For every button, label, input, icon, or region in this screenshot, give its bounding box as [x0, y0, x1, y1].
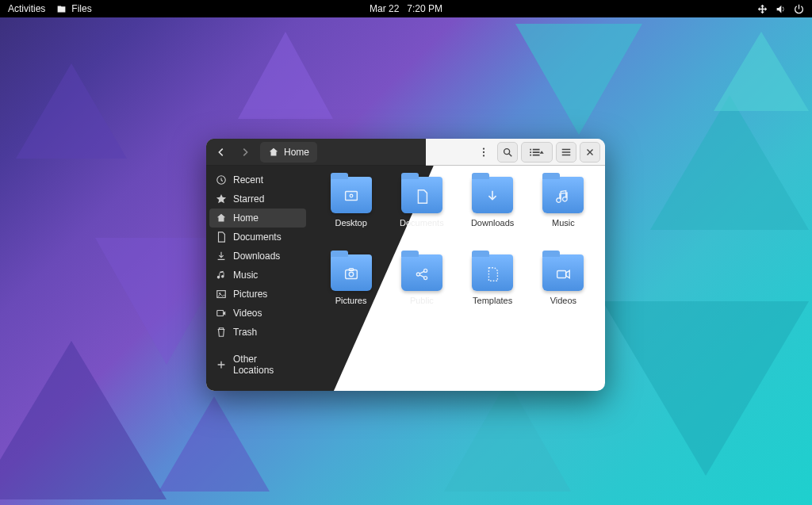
folder-label: Documents [400, 218, 444, 228]
svg-point-11 [349, 272, 354, 277]
close-button[interactable] [580, 142, 600, 163]
sidebar-item-label: Recent [233, 174, 263, 186]
wallpaper-triangle [16, 63, 127, 159]
folder-pictures[interactable]: Pictures [317, 254, 385, 327]
list-view-icon [528, 147, 546, 158]
svg-rect-16 [557, 270, 566, 277]
folder-icon [331, 177, 372, 213]
folder-icon [542, 177, 584, 213]
sidebar-item-recent[interactable]: Recent [206, 170, 309, 189]
wallpaper-triangle [714, 32, 809, 111]
trash-icon [216, 327, 227, 338]
folder-icon [401, 177, 442, 213]
folder-grid: Desktop Documents Downloads Music Pictur… [309, 166, 605, 391]
clock-area[interactable]: Mar 22 7:20 PM [370, 3, 442, 14]
folder-icon [472, 177, 513, 213]
chevron-left-icon [216, 147, 227, 158]
sidebar-item-pictures[interactable]: Pictures [206, 285, 309, 304]
search-button[interactable] [497, 142, 518, 163]
forward-button[interactable] [235, 142, 255, 163]
app-menu[interactable]: Files [56, 3, 91, 14]
folder-desktop[interactable]: Desktop [317, 177, 385, 250]
view-toggle-button[interactable] [521, 142, 553, 163]
sidebar-item-label: Starred [233, 193, 264, 205]
folder-documents[interactable]: Documents [388, 177, 455, 250]
svg-point-3 [504, 148, 510, 154]
folder-label: Downloads [471, 218, 514, 228]
sidebar-item-label: Trash [233, 327, 257, 338]
folder-label: Pictures [335, 296, 367, 305]
wallpaper-triangle [238, 32, 333, 119]
wallpaper-triangle [0, 341, 167, 499]
plus-icon [216, 359, 227, 370]
desktop: Activities Files Mar 22 7:20 PM [0, 0, 812, 505]
svg-rect-8 [345, 191, 357, 200]
back-button[interactable] [211, 142, 232, 163]
clock-icon [216, 174, 227, 186]
hamburger-icon [561, 147, 572, 158]
wallpaper-triangle [159, 396, 270, 492]
sidebar-item-label: Downloads [233, 251, 280, 262]
svg-point-13 [416, 273, 419, 276]
home-icon [268, 147, 279, 158]
folder-templates[interactable]: Templates [459, 254, 527, 327]
sidebar-item-home[interactable]: Home [209, 209, 306, 228]
svg-rect-10 [345, 270, 357, 278]
sidebar-item-documents[interactable]: Documents [206, 228, 309, 247]
sidebar-item-label: Pictures [233, 289, 267, 300]
folder-label: Desktop [335, 218, 366, 228]
chevron-right-icon [239, 147, 251, 158]
kebab-icon [478, 147, 489, 158]
sidebar-item-music[interactable]: Music [206, 266, 309, 285]
folder-music[interactable]: Music [530, 177, 597, 250]
kebab-menu-button[interactable] [473, 142, 494, 163]
sidebar-item-label: Documents [233, 231, 282, 243]
network-icon[interactable] [757, 4, 768, 14]
pathbar-label: Home [284, 147, 309, 158]
wallpaper-triangle [444, 381, 571, 492]
sidebar-item-downloads[interactable]: Downloads [206, 247, 309, 266]
pathbar[interactable]: Home [260, 142, 317, 163]
folder-label: Templates [473, 296, 512, 305]
sidebar-item-other-locations[interactable]: Other Locations [206, 350, 309, 380]
folder-downloads[interactable]: Downloads [459, 177, 527, 250]
folder-public[interactable]: Public [388, 254, 455, 327]
folder-videos[interactable]: Videos [530, 254, 597, 327]
svg-point-9 [350, 194, 353, 197]
picture-icon [216, 289, 227, 300]
music-icon [216, 270, 227, 281]
files-app-icon [56, 4, 67, 14]
wallpaper-triangle [603, 301, 809, 476]
app-menu-label: Files [71, 3, 91, 14]
volume-icon[interactable] [776, 4, 786, 14]
wallpaper-triangle [515, 24, 642, 135]
sidebar-item-trash[interactable]: Trash [206, 323, 309, 342]
home-icon [216, 212, 227, 224]
svg-point-15 [423, 276, 427, 279]
date-label: Mar 22 [370, 3, 399, 14]
sidebar-item-label: Other Locations [233, 354, 300, 376]
download-icon [216, 251, 227, 262]
hamburger-menu-button[interactable] [556, 142, 576, 163]
folder-icon [401, 254, 442, 291]
headerbar: Home [206, 139, 605, 166]
folder-icon [472, 254, 513, 291]
activities-button[interactable]: Activities [8, 3, 45, 14]
svg-point-1 [483, 151, 485, 152]
power-icon[interactable] [794, 4, 804, 14]
folder-label: Music [552, 218, 575, 228]
svg-point-14 [423, 269, 427, 272]
svg-point-2 [483, 155, 485, 156]
folder-icon [331, 254, 372, 291]
star-icon [216, 193, 227, 205]
sidebar: Recent Starred Home Documents Downloads … [206, 166, 309, 391]
time-label: 7:20 PM [407, 3, 442, 14]
sidebar-item-videos[interactable]: Videos [206, 304, 309, 323]
files-window: Home Recent [206, 139, 605, 391]
sidebar-item-label: Videos [233, 308, 262, 319]
folder-label: Public [410, 296, 434, 305]
top-panel: Activities Files Mar 22 7:20 PM [0, 0, 812, 17]
sidebar-item-starred[interactable]: Starred [206, 189, 309, 209]
search-icon [502, 147, 513, 158]
close-icon [584, 147, 596, 158]
